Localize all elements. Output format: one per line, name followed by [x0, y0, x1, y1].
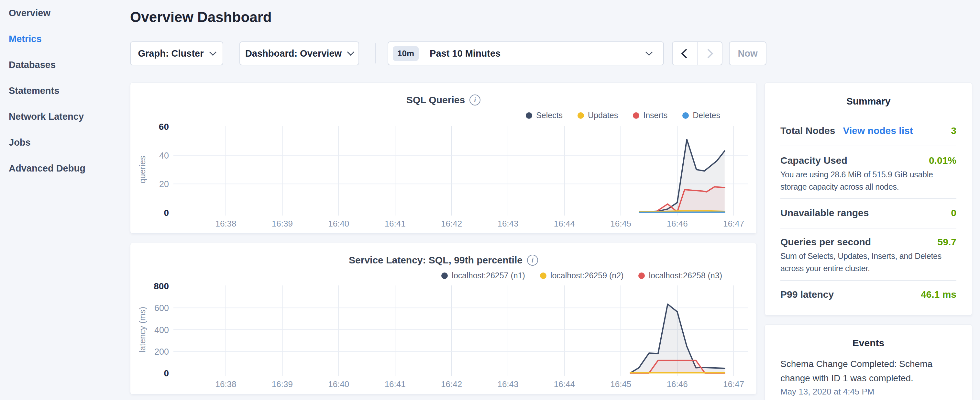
chevron-left-icon	[681, 49, 691, 58]
svg-text:16:47: 16:47	[723, 219, 744, 228]
capacity-used-value: 0.01%	[929, 155, 956, 166]
chevron-down-icon	[209, 49, 216, 56]
time-range-label: Past 10 Minutes	[430, 48, 501, 59]
unavailable-ranges-value: 0	[951, 207, 956, 218]
svg-text:20: 20	[159, 179, 169, 189]
graph-dropdown[interactable]: Graph: Cluster	[130, 41, 223, 65]
svg-text:800: 800	[154, 281, 169, 291]
events-title: Events	[765, 338, 972, 349]
svg-text:16:40: 16:40	[328, 379, 349, 389]
dashboard-dropdown[interactable]: Dashboard: Overview	[239, 41, 359, 65]
svg-text:16:41: 16:41	[385, 219, 406, 228]
sidebar-item-overview[interactable]: Overview	[0, 0, 130, 26]
divider	[780, 198, 956, 199]
svg-text:16:38: 16:38	[215, 379, 236, 389]
svg-text:400: 400	[154, 325, 169, 335]
graph-dropdown-label: Graph: Cluster	[138, 48, 204, 59]
sidebar-item-jobs[interactable]: Jobs	[0, 129, 130, 155]
sidebar-item-metrics[interactable]: Metrics	[0, 26, 130, 52]
p99-latency-value: 46.1 ms	[921, 289, 956, 300]
events-panel: Events Schema Change Completed: Schema c…	[765, 324, 972, 400]
chevron-down-icon	[646, 49, 653, 56]
overview-dashboard-page: Overview Metrics Databases Statements Ne…	[0, 0, 980, 400]
event-item[interactable]: Schema Change Completed: Schema change w…	[780, 357, 935, 386]
svg-text:16:41: 16:41	[385, 379, 406, 389]
sidebar-nav: Overview Metrics Databases Statements Ne…	[0, 0, 130, 181]
svg-text:16:43: 16:43	[497, 379, 518, 389]
p99-latency-label: P99 latency	[780, 289, 834, 300]
now-button[interactable]: Now	[729, 41, 767, 65]
summary-row-capacity: Capacity Used 0.01%	[780, 154, 956, 167]
svg-text:16:44: 16:44	[554, 219, 575, 228]
svg-text:200: 200	[154, 347, 169, 357]
qps-label: Queries per second	[780, 237, 871, 247]
svg-text:16:38: 16:38	[215, 219, 236, 228]
chevron-right-icon	[704, 49, 713, 58]
time-step-buttons	[672, 41, 722, 65]
divider	[780, 228, 956, 228]
next-range-button[interactable]	[697, 42, 722, 65]
service-latency-card: Service Latency: SQL, 99th percentile i …	[130, 243, 757, 395]
svg-text:40: 40	[159, 151, 169, 161]
total-nodes-label: Total Nodes	[780, 125, 835, 136]
sidebar-item-network-latency[interactable]: Network Latency	[0, 104, 130, 129]
capacity-used-label: Capacity Used	[780, 155, 847, 166]
summary-title: Summary	[765, 96, 972, 107]
svg-text:16:46: 16:46	[667, 379, 688, 389]
svg-text:16:47: 16:47	[723, 379, 744, 389]
sidebar-item-advanced-debug[interactable]: Advanced Debug	[0, 155, 130, 181]
svg-text:60: 60	[159, 122, 169, 132]
svg-text:0: 0	[164, 368, 169, 378]
summary-row-unavailable: Unavailable ranges 0	[780, 207, 956, 220]
svg-text:16:42: 16:42	[441, 379, 462, 389]
page-title: Overview Dashboard	[130, 9, 272, 25]
summary-row-qps: Queries per second 59.7	[780, 236, 956, 249]
svg-text:16:39: 16:39	[272, 379, 293, 389]
dashboard-dropdown-label: Dashboard: Overview	[245, 48, 342, 59]
svg-text:queries: queries	[137, 156, 147, 183]
total-nodes-value: 3	[951, 125, 956, 136]
svg-text:16:45: 16:45	[610, 379, 631, 389]
sidebar-item-databases[interactable]: Databases	[0, 52, 130, 78]
divider	[780, 146, 956, 146]
qps-description: Sum of Selects, Updates, Inserts, and De…	[780, 250, 956, 274]
capacity-used-description: You are using 28.6 MiB of 515.9 GiB usab…	[780, 168, 956, 193]
sql-queries-plot[interactable]: 16:3816:3916:4016:4116:4216:4316:4416:45…	[130, 83, 757, 234]
controls-divider	[375, 43, 376, 64]
svg-text:0: 0	[164, 208, 169, 218]
event-timestamp: May 13, 2020 at 4:45 PM	[780, 387, 875, 397]
prev-range-button[interactable]	[673, 42, 697, 65]
svg-text:16:44: 16:44	[554, 379, 575, 389]
chevron-down-icon	[347, 49, 355, 56]
svg-text:600: 600	[154, 303, 169, 313]
svg-text:latency (ms): latency (ms)	[137, 307, 147, 353]
svg-text:16:45: 16:45	[610, 219, 631, 228]
summary-panel: Summary Total Nodes View nodes list 3 Ca…	[765, 83, 972, 316]
summary-row-total-nodes: Total Nodes View nodes list 3	[780, 124, 956, 137]
qps-value: 59.7	[938, 237, 956, 247]
view-nodes-list-link[interactable]: View nodes list	[843, 125, 913, 136]
summary-row-p99: P99 latency 46.1 ms	[780, 288, 956, 301]
time-range-badge: 10m	[393, 46, 418, 61]
svg-text:16:42: 16:42	[441, 219, 462, 228]
divider	[780, 280, 956, 281]
svg-text:16:43: 16:43	[497, 219, 518, 228]
service-latency-plot[interactable]: 16:3816:3916:4016:4116:4216:4316:4416:45…	[130, 243, 757, 395]
unavailable-ranges-label: Unavailable ranges	[780, 207, 869, 218]
sidebar-item-statements[interactable]: Statements	[0, 78, 130, 104]
time-range-dropdown[interactable]: 10m Past 10 Minutes	[388, 41, 664, 65]
sql-queries-card: SQL Queries i Selects Updates Inserts De…	[130, 83, 757, 234]
svg-text:16:39: 16:39	[272, 219, 293, 228]
svg-text:16:40: 16:40	[328, 219, 349, 228]
svg-text:16:46: 16:46	[667, 219, 688, 228]
